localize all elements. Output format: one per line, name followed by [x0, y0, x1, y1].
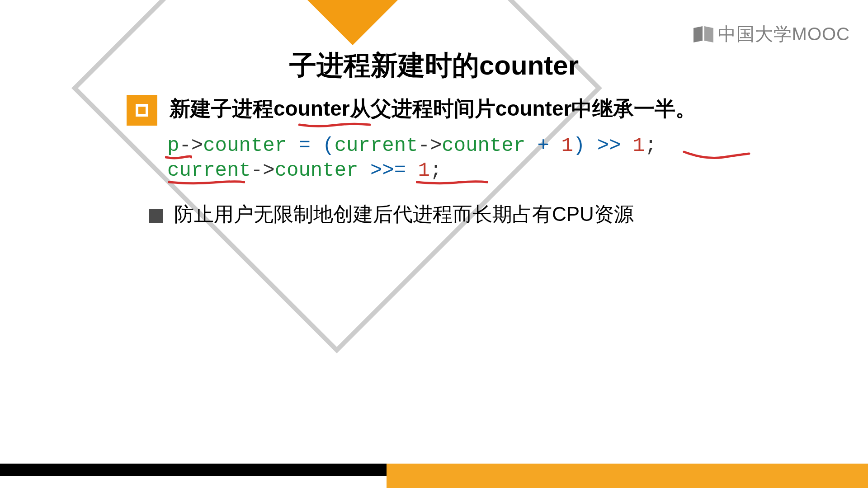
decorative-top-triangle — [307, 0, 398, 52]
code-line-1: p->counter = (current->counter + 1) >> 1… — [167, 133, 657, 158]
decorative-bottom-bar-left — [0, 464, 387, 476]
bullet-text-secondary: 防止用户无限制地创建后代进程而长期占有CPU资源 — [174, 201, 634, 228]
annotation-underline-shift1 — [683, 149, 750, 163]
bullet-marker-secondary — [149, 209, 163, 223]
bullet-marker-primary — [127, 95, 157, 126]
slide-title: 子进程新建时的counter — [0, 47, 868, 84]
code-block: p->counter = (current->counter + 1) >> 1… — [167, 133, 657, 183]
brand-logo: 中国大学MOOC — [693, 22, 850, 47]
bullet-text-primary: 新建子进程counter从父进程时间片counter中继承一半。 — [170, 95, 696, 123]
book-icon — [693, 25, 714, 43]
brand-text: 中国大学MOOC — [718, 22, 850, 47]
decorative-bottom-bar-right — [387, 464, 868, 488]
code-line-2: current->counter >>= 1; — [167, 158, 657, 183]
svg-marker-0 — [307, 0, 398, 45]
